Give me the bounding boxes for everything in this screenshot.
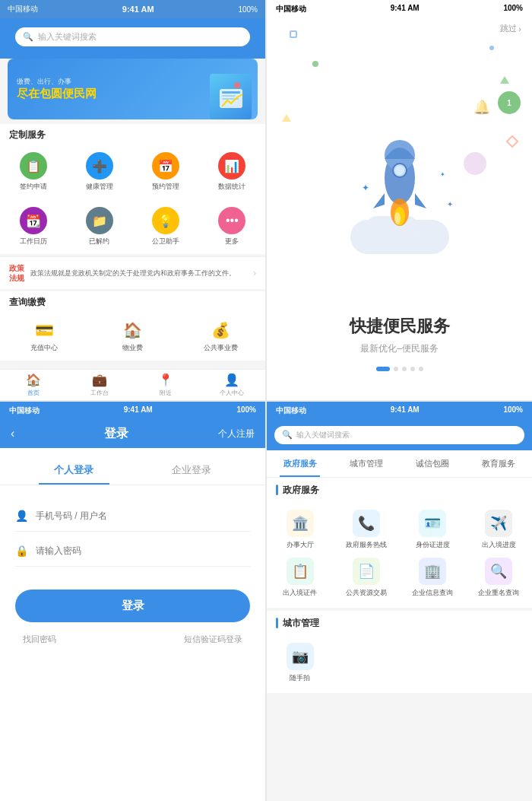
- utility-label: 公共事业费: [204, 343, 238, 353]
- service-gov-hall[interactable]: 🏛️ 办事大厅: [267, 506, 333, 554]
- policy-arrow-icon: ›: [253, 268, 256, 278]
- name-query-label: 企业重名查询: [478, 588, 519, 598]
- login-form: 👤 🔒 登录 找回密码 短信验证码登录: [0, 485, 265, 645]
- services-grid-row2: 📆 工作日历 📁 已解约 💡 公卫助手 ••• 更多: [0, 199, 265, 254]
- health2-label: 公卫助手: [152, 237, 179, 246]
- border-docs-icon: 📋: [287, 558, 314, 585]
- login-header: ‹ 登录 个人注册: [0, 420, 265, 448]
- search-input-p4[interactable]: 🔍 输入关键词搜索: [274, 426, 524, 444]
- nearby-nav-icon: 📍: [158, 373, 173, 387]
- gov-hall-label: 办事大厅: [287, 540, 314, 550]
- banner-sub: 缴费、出行、办事: [17, 77, 97, 87]
- forgot-password-link[interactable]: 找回密码: [23, 634, 56, 645]
- service-photo[interactable]: 📷 随手拍: [267, 639, 333, 687]
- gov-service-grid: 🏛️ 办事大厅 📞 政府服务热线 🪪 身份证进度 ✈️ 出入境进度 📋 出入境证…: [267, 503, 532, 608]
- border-progress-icon: ✈️: [485, 510, 512, 537]
- password-input[interactable]: [36, 545, 250, 556]
- service-border-docs[interactable]: 📋 出入境证件: [267, 554, 333, 602]
- rocket-svg: [369, 136, 430, 235]
- tab-gov-service[interactable]: 政府服务: [267, 450, 333, 477]
- stats-icon: 📊: [218, 152, 245, 180]
- sign-icon: 📋: [20, 152, 47, 180]
- nav-home[interactable]: 🏠 首页: [0, 373, 66, 397]
- dot-3[interactable]: [402, 367, 407, 371]
- dot-4[interactable]: [410, 367, 415, 371]
- search-bar-p1[interactable]: 🔍 输入关键词搜索: [15, 27, 250, 46]
- gov-section-title: 政府服务: [283, 484, 319, 497]
- tab-enterprise-login[interactable]: 企业登录: [133, 456, 251, 485]
- query-title: 查询缴费: [0, 291, 265, 312]
- service-public-trade[interactable]: 📄 公共资源交易: [333, 554, 399, 602]
- stats-label: 数据统计: [218, 182, 245, 192]
- battery-p2: 100%: [503, 4, 523, 14]
- tab-integrity[interactable]: 诚信包圈: [400, 450, 466, 477]
- services-panel: 中国移动 9:41 AM 100% 🔍 输入关键词搜索 政府服务 城市管理 诚信…: [267, 402, 532, 802]
- border-docs-label: 出入境证件: [283, 588, 317, 598]
- appt-label: 预约管理: [152, 182, 179, 192]
- service-border-progress[interactable]: ✈️ 出入境进度: [466, 506, 532, 554]
- gov-hall-icon: 🏛️: [287, 510, 314, 537]
- register-link[interactable]: 个人注册: [218, 428, 255, 440]
- login-tabs: 个人登录 企业登录: [0, 456, 265, 485]
- service-item-calendar[interactable]: 📆 工作日历: [0, 202, 66, 251]
- service-item-appt[interactable]: 📅 预约管理: [133, 148, 199, 196]
- service-item-cancel[interactable]: 📁 已解约: [66, 202, 132, 251]
- phone-input[interactable]: [36, 510, 250, 521]
- login-button[interactable]: 登录: [15, 590, 250, 622]
- skip-button[interactable]: 跳过 ›: [500, 23, 521, 34]
- status-bar-p2: 中国移动 9:41 AM 100%: [267, 0, 532, 18]
- tab-city-mgmt[interactable]: 城市管理: [333, 450, 399, 477]
- status-bar-p3: 中国移动 9:41 AM 100%: [0, 402, 265, 420]
- sparkle-2: ✦: [440, 171, 445, 178]
- query-utility[interactable]: 💰 公共事业费: [177, 315, 265, 358]
- sms-login-link[interactable]: 短信验证码登录: [184, 634, 242, 645]
- policy-tag: 政策 法规: [9, 263, 24, 283]
- svg-rect-2: [222, 95, 236, 97]
- home-panel: 中国移动 9:41 AM 100% 🔍 输入关键词搜索 缴费、出行、办事 尽在包…: [0, 0, 265, 400]
- service-hotline[interactable]: 📞 政府服务热线: [333, 506, 399, 554]
- service-item-stats[interactable]: 📊 数据统计: [199, 148, 265, 196]
- service-id-progress[interactable]: 🪪 身份证进度: [400, 506, 466, 554]
- deco-square-1: [290, 30, 297, 38]
- dot-5[interactable]: [419, 367, 423, 371]
- tab-personal-login[interactable]: 个人登录: [15, 456, 133, 485]
- query-section: 查询缴费 💳 充值中心 🏠 物业费 💰 公共事业费: [0, 291, 265, 361]
- query-property[interactable]: 🏠 物业费: [88, 315, 176, 358]
- section-bar-indicator: [276, 485, 278, 495]
- login-footer: 找回密码 短信验证码登录: [15, 634, 250, 645]
- profile-nav-icon: 👤: [224, 373, 239, 387]
- city-service-grid: 📷 随手拍: [267, 636, 532, 693]
- gov-section-header: 政府服务: [267, 478, 532, 503]
- recharge-icon: 💳: [30, 319, 59, 341]
- service-item-sign[interactable]: 📋 签约申请: [0, 148, 66, 196]
- query-recharge[interactable]: 💳 充值中心: [0, 315, 88, 358]
- pagination-dots: [267, 367, 532, 383]
- property-label: 物业费: [122, 343, 143, 353]
- nav-nearby[interactable]: 📍 附近: [133, 373, 199, 397]
- service-item-health2[interactable]: 💡 公卫助手: [133, 202, 199, 251]
- dot-2[interactable]: [394, 367, 398, 371]
- splash-title: 快捷便民服务: [282, 315, 517, 338]
- splash-title-area: 快捷便民服务 最新优化–便民服务: [267, 300, 532, 367]
- city-mgmt-section: 城市管理 📷 随手拍: [267, 611, 532, 693]
- banner-p1: 缴费、出行、办事 尽在包圆便民网: [8, 59, 258, 119]
- nav-profile[interactable]: 👤 个人中心: [199, 373, 265, 397]
- carrier-p2: 中国移动: [276, 4, 306, 14]
- service-item-more[interactable]: ••• 更多: [199, 202, 265, 251]
- policy-row[interactable]: 政策 法规 政策法规就是党政机关制定的关于处理党内和政府事务工作的文件。 ›: [0, 256, 265, 289]
- section-title-customize: 定制服务: [0, 124, 265, 145]
- svg-rect-1: [222, 91, 240, 94]
- back-button[interactable]: ‹: [11, 427, 14, 440]
- nav-workspace[interactable]: 💼 工作台: [66, 373, 132, 397]
- tab-education[interactable]: 教育服务: [466, 450, 532, 477]
- battery-p4: 100%: [503, 405, 523, 416]
- search-icon-p4: 🔍: [282, 430, 293, 440]
- splash-panel: 中国移动 9:41 AM 100% 跳过 › 1 🔔: [267, 0, 532, 400]
- service-name-query[interactable]: 🔍 企业重名查询: [466, 554, 532, 602]
- nav-workspace-label: 工作台: [90, 389, 109, 397]
- more-label: 更多: [225, 237, 239, 246]
- service-biz-query[interactable]: 🏢 企业信息查询: [400, 554, 466, 602]
- home-nav-icon: 🏠: [26, 373, 41, 387]
- service-item-health[interactable]: ➕ 健康管理: [66, 148, 132, 196]
- dot-1[interactable]: [376, 367, 390, 371]
